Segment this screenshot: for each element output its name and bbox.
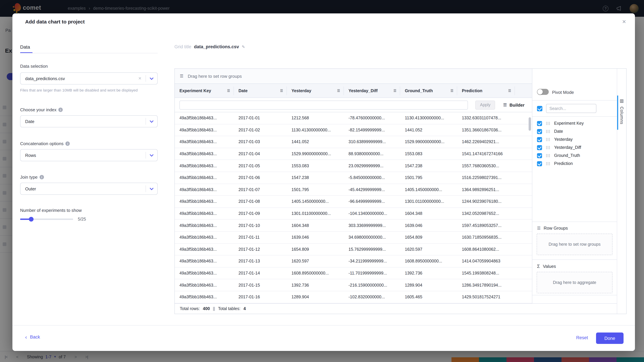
- column-field-item[interactable]: Yesterday_Diff: [532, 143, 617, 151]
- column-field-item[interactable]: Experiment Key: [532, 119, 617, 127]
- checkbox-checked-icon[interactable]: [537, 129, 542, 134]
- table-row: 49a3f5bb186b463...2017-01-151392.736-216…: [175, 279, 532, 291]
- close-icon[interactable]: ✕: [621, 17, 628, 26]
- column-field-label: Date: [554, 129, 563, 134]
- columns-search-input[interactable]: [546, 104, 596, 113]
- row-groups-icon: ☰: [180, 74, 184, 78]
- row-groups-bar-text: Drag here to set row groups: [188, 73, 242, 79]
- table-row: 49a3f5bb186b463...2017-01-101604.348303.…: [175, 220, 532, 232]
- info-icon[interactable]: i: [66, 141, 70, 146]
- column-header[interactable]: Experiment Key☰: [175, 86, 234, 95]
- table-row: 49a3f5bb186b463...2017-01-081405.1450000…: [175, 196, 532, 208]
- data-selection-label: Data selection: [20, 64, 48, 69]
- clear-icon[interactable]: ✕: [138, 76, 142, 81]
- table-cell: 1289.904: [400, 283, 457, 287]
- tab-data[interactable]: Data: [20, 44, 30, 50]
- values-dropzone[interactable]: Drag here to aggregate: [537, 272, 612, 293]
- table-cell: 88.93800000000...: [344, 151, 400, 156]
- column-header[interactable]: Date☰: [234, 86, 287, 95]
- column-field-item[interactable]: Prediction: [532, 160, 617, 168]
- table-cell: 1462.2269402921...: [457, 140, 515, 144]
- row-groups-dropzone[interactable]: Drag here to set row groups: [537, 234, 612, 255]
- concatenation-select[interactable]: Rows: [20, 149, 158, 161]
- table-cell: -5.845000000000...: [344, 175, 400, 180]
- total-rows-label: Total rows:: [180, 306, 200, 311]
- column-menu-icon[interactable]: ☰: [227, 89, 230, 92]
- back-button[interactable]: ‹ Back: [25, 335, 40, 340]
- column-header[interactable]: Yesterday☰: [287, 86, 344, 95]
- table-cell: 1289.904: [287, 295, 344, 299]
- column-field-item[interactable]: Yesterday: [532, 135, 617, 143]
- column-menu-icon[interactable]: ☰: [508, 89, 511, 92]
- table-scrollbar[interactable]: [528, 117, 531, 131]
- table-cell: 2017-01-05: [234, 163, 287, 168]
- table-row: 49a3f5bb186b463...2017-01-031441.052310.…: [175, 136, 532, 148]
- index-select[interactable]: Date: [20, 115, 158, 127]
- column-menu-icon[interactable]: ☰: [337, 89, 340, 92]
- table-cell: 1414.047059904863: [457, 259, 515, 264]
- table-cell: 1351.36601867036...: [457, 128, 515, 132]
- column-header-label: Ground_Truth: [400, 88, 450, 93]
- data-selection-select[interactable]: data_predictions.csv ✕: [20, 72, 158, 84]
- column-header[interactable]: Ground_Truth☰: [400, 86, 457, 95]
- table-row: 49a3f5bb186b463...2017-01-091301.0110000…: [175, 208, 532, 220]
- reset-button[interactable]: Reset: [576, 335, 588, 340]
- experiments-slider[interactable]: [20, 219, 73, 220]
- table-cell: 1364.9892896251...: [457, 187, 515, 192]
- experiments-slider-knob[interactable]: [29, 217, 34, 222]
- column-header[interactable]: Prediction☰: [457, 86, 515, 95]
- drag-handle-icon[interactable]: [546, 146, 550, 149]
- table-cell: 1441.052: [400, 128, 457, 132]
- select-all-checkbox[interactable]: [537, 106, 542, 111]
- column-field-item[interactable]: Date: [532, 127, 617, 135]
- join-type-select[interactable]: Outer: [20, 183, 158, 195]
- table-cell: 1130.41300000000...: [287, 128, 344, 132]
- grid-title-value: data_predictions.csv: [194, 44, 239, 49]
- info-icon[interactable]: i: [40, 175, 44, 179]
- edit-pencil-icon[interactable]: ✎: [242, 44, 245, 49]
- table-cell: 1516.22598027391...: [457, 175, 515, 180]
- drag-handle-icon[interactable]: [546, 138, 550, 141]
- table-cell: 1244.90239076180...: [457, 199, 515, 204]
- table-cell: 49a3f5bb186b463...: [175, 259, 234, 264]
- column-header-empty: [515, 86, 532, 95]
- drag-handle-icon[interactable]: [546, 154, 550, 157]
- chevron-down-icon[interactable]: [146, 187, 157, 190]
- builder-button[interactable]: ☰ Builder: [503, 102, 524, 107]
- column-menu-icon[interactable]: ☰: [280, 89, 283, 92]
- table-cell: 1605.465: [400, 295, 457, 299]
- table-cell: 1654.809: [400, 235, 457, 240]
- checkbox-checked-icon[interactable]: [537, 153, 542, 158]
- table-cell: 2017-01-12: [234, 247, 287, 252]
- info-icon[interactable]: i: [58, 108, 63, 112]
- chevron-down-icon[interactable]: [146, 120, 157, 123]
- checkbox-checked-icon[interactable]: [537, 145, 542, 150]
- done-button[interactable]: Done: [596, 333, 624, 344]
- data-grid: ☰ Drag here to set row groups Experiment…: [174, 68, 626, 314]
- checkbox-checked-icon[interactable]: [537, 161, 542, 166]
- column-field-item[interactable]: Ground_Truth: [532, 151, 617, 160]
- drag-handle-icon[interactable]: [546, 130, 550, 133]
- chevron-down-icon[interactable]: [146, 154, 157, 157]
- checkbox-checked-icon[interactable]: [537, 121, 542, 126]
- columns-tab[interactable]: Columns: [619, 107, 624, 124]
- chevron-down-icon[interactable]: [146, 77, 157, 80]
- table-cell: 2017-01-10: [234, 223, 287, 228]
- column-menu-icon[interactable]: ☰: [450, 89, 454, 92]
- pivot-mode-toggle[interactable]: [537, 89, 549, 95]
- drag-handle-icon[interactable]: [546, 122, 550, 125]
- column-header[interactable]: Yesterday_Diff☰: [344, 86, 400, 95]
- column-menu-icon[interactable]: ☰: [394, 89, 396, 92]
- table-cell: 2017-01-01: [234, 116, 287, 120]
- table-cell: 49a3f5bb186b463...: [175, 128, 234, 132]
- table-cell: 1501.795: [400, 175, 457, 180]
- row-groups-drop-bar[interactable]: ☰ Drag here to set row groups: [175, 69, 532, 84]
- checkbox-checked-icon[interactable]: [537, 137, 542, 142]
- table-cell: 49a3f5bb186b463...: [175, 247, 234, 252]
- table-cell: 49a3f5bb186b463...: [175, 175, 234, 180]
- filter-input[interactable]: [180, 100, 468, 109]
- drag-handle-icon[interactable]: [546, 162, 550, 165]
- index-value: Date: [25, 119, 146, 124]
- apply-button[interactable]: Apply: [475, 100, 495, 109]
- table-cell: 49a3f5bb186b463...: [175, 223, 234, 228]
